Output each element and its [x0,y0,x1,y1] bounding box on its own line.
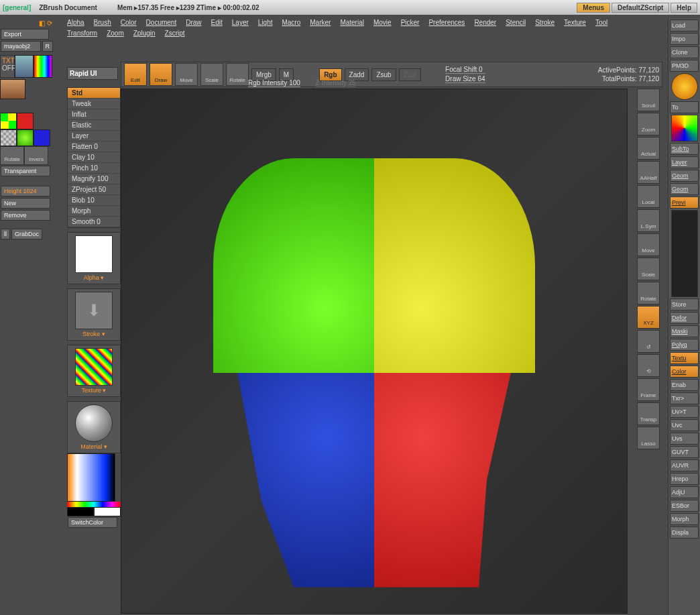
brush-blob[interactable]: Blob 10 [68,195,120,206]
remove-button[interactable]: Remove [1,210,50,221]
menu-material[interactable]: Material [340,17,364,28]
nav-move[interactable]: Move [637,233,660,256]
r-button[interactable]: R [42,41,54,52]
focal-shift-slider[interactable]: Focal Shift 0 [445,66,485,74]
tool-uvs[interactable]: Uvs [670,433,699,445]
collapse-icon[interactable]: ◧ ⟳ [39,19,52,27]
move-mode-button[interactable]: Move [175,63,198,86]
tool-defor[interactable]: Defor [670,312,699,324]
nav-scale[interactable]: Scale [637,258,660,280]
brush-morph[interactable]: Morph [68,206,120,217]
tool-to[interactable]: To [670,101,699,113]
nav-zoom[interactable]: Zoom [637,113,660,135]
menu-movie[interactable]: Movie [373,17,392,28]
tool-adju[interactable]: AdjU [670,486,699,498]
zsub-button[interactable]: Zsub [371,68,396,81]
tool-hrepo[interactable]: Hrepo [670,473,699,485]
tool-textu[interactable]: Textu [670,352,699,364]
rgb-intensity-slider[interactable]: Rgb Intensity 100 [248,79,300,87]
invers-button[interactable]: Invers [24,146,48,165]
brush-tweak[interactable]: Tweak [68,99,120,109]
menu-edit[interactable]: Edit [211,17,223,28]
menu-stencil[interactable]: Stencil [506,17,526,28]
nav-transp[interactable]: Transp [637,402,660,425]
default-zscript-button[interactable]: DefaultZScript [611,3,669,13]
transparent-button[interactable]: Transparent [1,166,50,176]
brush-zproject[interactable]: ZProject 50 [68,184,120,195]
draw-mode-button[interactable]: Draw [150,63,172,86]
tool-icon[interactable] [671,73,698,100]
color-black[interactable] [67,507,94,516]
grabdoc-button[interactable]: GrabDoc [11,229,42,239]
red-swatch[interactable] [17,113,34,129]
tool-auvr[interactable]: AUVR [670,459,699,471]
brush-inflat[interactable]: Inflat [68,109,120,120]
tool-load[interactable]: Load [670,19,699,32]
brush-clay[interactable]: Clay 10 [68,152,120,163]
nav-aahalf[interactable]: AAHalf [637,161,660,184]
tool-colorize[interactable]: Color [670,366,699,378]
tool-store[interactable]: Store [670,298,699,311]
nav-frame[interactable]: Frame [637,378,660,401]
subtool-icon[interactable] [671,115,698,142]
viewport[interactable] [121,89,628,614]
brush-elastic[interactable]: Elastic [68,120,120,131]
nav-xyz[interactable]: XYZ [637,306,660,329]
menu-transform[interactable]: Transform [67,28,97,39]
tool-subto[interactable]: SubTo [670,143,699,155]
tool-uvc[interactable]: Uvc [670,419,699,431]
ll-button[interactable]: ll [1,229,10,239]
scale-mode-button[interactable]: Scale [200,63,223,86]
menu-color[interactable]: Color [121,17,137,28]
menu-macro[interactable]: Macro [282,17,300,28]
menu-marker[interactable]: Marker [310,17,331,28]
alpha-swatch[interactable] [0,129,17,146]
tool-clone[interactable]: Clone [670,46,699,58]
menu-brush[interactable]: Brush [94,17,111,28]
height-label[interactable]: Height 1024 [1,186,50,197]
tool-previ[interactable]: Previ [670,197,699,209]
menu-alpha[interactable]: Alpha [67,17,84,28]
texture-swatch-3[interactable] [0,79,25,99]
tool-impo[interactable]: Impo [670,33,699,45]
tool-enab[interactable]: Enab [670,379,699,391]
tool-geom[interactable]: Geom [670,170,699,182]
zcut-button[interactable]: Zcut [399,68,421,81]
tool-guvt[interactable]: GUVT [670,446,699,458]
stroke-thumb[interactable]: ⬇ Stroke ▾ [67,288,121,341]
tool-displa[interactable]: Displa [670,526,699,539]
nav-local[interactable]: Local [637,185,660,208]
nav-actual[interactable]: Actual [637,137,660,160]
edit-mode-button[interactable]: Edit [124,63,147,86]
brush-magnify[interactable]: Magnify 100 [68,174,120,184]
tool-geom[interactable]: Geom [670,183,699,195]
tool-polyg[interactable]: Polyg [670,339,699,351]
export-button[interactable]: Export [1,29,49,40]
brush-std[interactable]: Std [68,88,120,99]
rotate-mode-button[interactable]: Rotate [226,63,249,86]
menus-button[interactable]: Menus [577,3,610,13]
color-picker[interactable] [67,453,115,502]
tool-txr[interactable]: Txr> [670,392,699,404]
tool-maski[interactable]: Maski [670,325,699,337]
menu-zoom[interactable]: Zoom [107,28,124,39]
alpha-thumb[interactable]: Alpha ▾ [67,232,121,284]
brush-smooth[interactable]: Smooth 0 [68,217,120,227]
menu-draw[interactable]: Draw [186,17,201,28]
menu-texture[interactable]: Texture [564,17,586,28]
tool-morph[interactable]: Morph [670,513,699,525]
mayaobj-button[interactable]: mayaobj2 [1,41,41,52]
draw-size-slider[interactable]: Draw Size 64 [445,75,485,83]
new-button[interactable]: New [1,198,50,209]
nav-rotate[interactable]: Rotate [637,282,660,304]
texture-swatch-1[interactable] [15,55,34,78]
checker-swatch[interactable] [0,113,17,129]
nav-lsym[interactable]: L.Sym [637,209,660,232]
tool-layer[interactable]: Layer [670,156,699,168]
brush-flatten[interactable]: Flatten 0 [68,142,120,152]
menu-layer[interactable]: Layer [232,17,249,28]
switchcolor-button[interactable]: SwitchColor [68,517,117,528]
color-white[interactable] [94,507,121,516]
menu-tool[interactable]: Tool [595,17,607,28]
menu-zplugin[interactable]: Zplugin [133,28,156,39]
